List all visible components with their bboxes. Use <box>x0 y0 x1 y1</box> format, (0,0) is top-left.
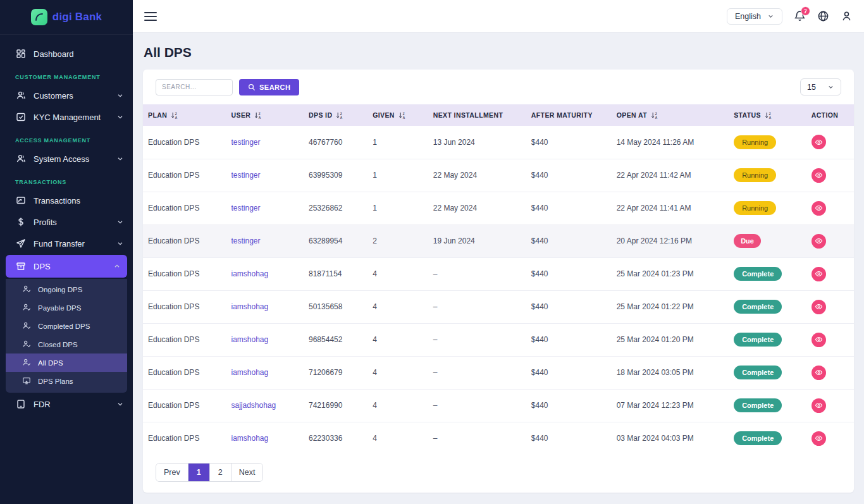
per-page-select[interactable]: 15 <box>800 78 841 95</box>
cell-after-maturity: $440 <box>526 356 612 389</box>
view-button[interactable] <box>812 234 826 249</box>
cell-status: Complete <box>729 356 806 389</box>
user-check-icon <box>22 285 32 294</box>
view-button[interactable] <box>812 431 826 446</box>
column-open-at[interactable]: OPEN ATZA <box>612 104 729 126</box>
chevron-down-icon <box>116 400 124 408</box>
language-select[interactable]: English <box>727 8 782 25</box>
user-link[interactable]: testinger <box>231 138 261 147</box>
column-plan[interactable]: PLANZA <box>143 104 226 126</box>
cell-user: iamshohag <box>226 356 304 389</box>
cell-dps-id: 50135658 <box>304 290 367 323</box>
view-button[interactable] <box>812 201 826 216</box>
pagination-page-1-button[interactable]: 1 <box>188 464 210 481</box>
user-link[interactable]: iamshohag <box>231 269 269 278</box>
sidebar-item-fund-transfer[interactable]: Fund Transfer <box>0 233 133 254</box>
column-after-maturity: AFTER MATURITY <box>526 104 612 126</box>
view-button[interactable] <box>812 300 826 314</box>
user-link[interactable]: testinger <box>231 204 261 212</box>
user-link[interactable]: iamshohag <box>231 368 269 377</box>
sidebar-item-dashboard[interactable]: Dashboard <box>0 44 133 64</box>
hamburger-menu-icon[interactable] <box>144 12 157 21</box>
send-icon <box>15 238 26 249</box>
cell-action <box>806 323 854 356</box>
view-button[interactable] <box>812 398 826 413</box>
dps-table-card: SEARCH 15 PLANZA USERZA DPS IDZA <box>143 70 854 493</box>
cell-after-maturity: $440 <box>526 389 612 422</box>
user-check-icon <box>22 303 32 312</box>
profile-button[interactable] <box>841 10 853 22</box>
main-column: English 7 All DPS SEARCH <box>133 0 864 504</box>
cell-given: 4 <box>367 257 428 290</box>
column-user[interactable]: USERZA <box>226 104 304 126</box>
column-dps-id[interactable]: DPS IDZA <box>304 104 367 126</box>
cell-action <box>806 356 854 389</box>
view-button[interactable] <box>812 267 826 281</box>
table-row: Education DPS sajjadshohag 74216990 4 – … <box>143 389 854 422</box>
sort-icon[interactable]: ZA <box>336 112 343 119</box>
column-status[interactable]: STATUSZA <box>729 104 806 126</box>
user-link[interactable]: testinger <box>231 237 261 245</box>
user-link[interactable]: iamshohag <box>231 302 269 311</box>
globe-icon <box>817 10 829 22</box>
pagination-page-2-button[interactable]: 2 <box>210 464 231 481</box>
sort-icon[interactable]: ZA <box>171 112 178 119</box>
sort-icon[interactable]: ZA <box>651 112 658 119</box>
search-input[interactable] <box>156 79 233 95</box>
sidebar-item-customers[interactable]: Customers <box>0 85 133 106</box>
cell-plan: Education DPS <box>143 389 226 422</box>
sidebar-nav: Dashboard CUSTOMER MANAGEMENT Customers … <box>0 35 133 415</box>
user-link[interactable]: iamshohag <box>231 434 269 443</box>
cell-action <box>806 159 854 192</box>
screen-share-icon <box>15 195 26 206</box>
sort-icon[interactable]: ZA <box>765 112 772 119</box>
view-button[interactable] <box>812 366 826 380</box>
eye-icon <box>815 369 823 376</box>
cell-given: 4 <box>367 389 428 422</box>
view-button[interactable] <box>812 168 826 183</box>
sidebar-item-profits[interactable]: Profits <box>0 212 133 232</box>
view-button[interactable] <box>812 135 826 149</box>
status-badge: Complete <box>734 333 782 347</box>
view-button[interactable] <box>812 333 826 347</box>
status-badge: Complete <box>734 300 782 314</box>
user-link[interactable]: testinger <box>231 171 261 180</box>
cell-action <box>806 257 854 290</box>
brand-icon <box>31 9 47 25</box>
sidebar-item-kyc-management[interactable]: KYC Management <box>0 107 133 127</box>
cell-dps-id: 63289954 <box>304 224 367 257</box>
brand-name: digi Bank <box>52 11 102 23</box>
sidebar-item-fdr[interactable]: FDR <box>0 394 133 414</box>
dollar-icon <box>15 217 26 228</box>
sidebar-item-label: Customers <box>34 91 73 101</box>
pagination-prev-button[interactable]: Prev <box>156 464 188 481</box>
column-given[interactable]: GIVENZA <box>367 104 428 126</box>
sidebar-item-ongoing-dps[interactable]: Ongoing DPS <box>6 280 127 298</box>
chevron-down-icon <box>116 240 124 247</box>
sidebar-item-closed-dps[interactable]: Closed DPS <box>6 335 127 353</box>
sidebar-item-dps-plans[interactable]: DPS Plans <box>6 372 127 390</box>
sidebar-item-system-access[interactable]: System Access <box>0 149 133 169</box>
user-link[interactable]: iamshohag <box>231 335 269 344</box>
chevron-down-icon <box>767 13 774 20</box>
sidebar-item-payable-dps[interactable]: Payable DPS <box>6 298 127 317</box>
search-button[interactable]: SEARCH <box>239 79 299 95</box>
user-link[interactable]: sajjadshohag <box>231 401 276 410</box>
sidebar-item-label: Completed DPS <box>38 323 90 330</box>
column-next-installment: NEXT INSTALLMENT <box>428 104 526 126</box>
sort-icon[interactable]: ZA <box>254 112 262 119</box>
tablet-icon <box>15 399 26 410</box>
globe-button[interactable] <box>817 10 829 22</box>
sort-icon[interactable]: ZA <box>398 112 406 119</box>
sidebar-item-dps[interactable]: DPS <box>6 255 127 278</box>
sidebar-item-transactions[interactable]: Transactions <box>0 190 133 211</box>
pagination-next-button[interactable]: Next <box>231 464 263 481</box>
cell-next-installment: – <box>428 389 526 422</box>
page-content: All DPS SEARCH 15 <box>133 33 864 504</box>
table-row: Education DPS iamshohag 96854452 4 – $44… <box>143 323 854 356</box>
sidebar-item-all-dps[interactable]: All DPS <box>6 353 127 372</box>
notifications-button[interactable]: 7 <box>794 10 806 22</box>
eye-icon <box>815 237 823 245</box>
cell-open-at: 18 Mar 2024 03:05 PM <box>612 356 729 389</box>
sidebar-item-completed-dps[interactable]: Completed DPS <box>6 317 127 335</box>
